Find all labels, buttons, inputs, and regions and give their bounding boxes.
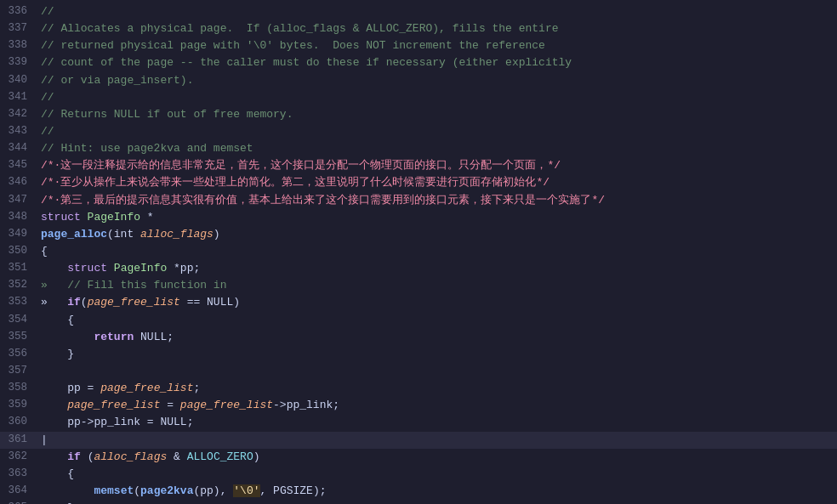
line-content: // Allocates a physical page. If (alloc_… [37, 20, 837, 37]
line-content: } [37, 346, 837, 363]
line-number: 364 [0, 483, 37, 499]
code-line: 347/*·第三，最后的提示信息其实很有价值，基本上给出来了这个接口需要用到的接… [0, 192, 837, 209]
line-content [37, 363, 837, 380]
line-content: } [37, 500, 837, 504]
line-content: pp->pp_link = NULL; [37, 414, 837, 431]
code-line: 341// [0, 89, 837, 106]
code-line: 336// [0, 3, 837, 20]
code-line: 339// count of the page -- the caller mu… [0, 54, 837, 71]
line-content: struct PageInfo *pp; [37, 260, 837, 277]
line-number: 362 [0, 449, 37, 465]
line-content: pp = page_free_list; [37, 380, 837, 397]
line-content: » if(page_free_list == NULL) [37, 294, 837, 311]
line-number: 338 [0, 37, 37, 54]
line-content: // or via page_insert). [37, 72, 837, 89]
code-container: 336//337// Allocates a physical page. If… [0, 0, 837, 504]
line-content: return NULL; [37, 329, 837, 346]
line-content: /*·至少从操作上来说会带来一些处理上的简化。第二，这里说明了什么时候需要进行页… [37, 174, 837, 191]
code-line: 365 } [0, 500, 837, 504]
line-content: // Returns NULL if out of free memory. [37, 106, 837, 123]
line-number: 336 [0, 3, 37, 20]
code-line: 361| [0, 432, 837, 449]
line-number: 360 [0, 414, 37, 430]
code-line: 353» if(page_free_list == NULL) [0, 294, 837, 311]
line-number: 337 [0, 20, 37, 37]
code-line: 350{ [0, 243, 837, 260]
line-number: 342 [0, 106, 37, 122]
line-number: 351 [0, 260, 37, 276]
line-content: // Hint: use page2kva and memset [37, 140, 837, 157]
line-number: 339 [0, 54, 37, 71]
line-number: 350 [0, 243, 37, 259]
code-line: 352» // Fill this function in [0, 277, 837, 294]
line-number: 359 [0, 397, 37, 413]
code-line: 343// [0, 123, 837, 140]
line-number: 345 [0, 157, 37, 173]
line-number: 363 [0, 466, 37, 482]
code-line: 337// Allocates a physical page. If (all… [0, 20, 837, 37]
code-line: 354 { [0, 312, 837, 329]
line-content: // [37, 3, 837, 20]
line-content: /*·第三，最后的提示信息其实很有价值，基本上给出来了这个接口需要用到的接口元素… [37, 192, 837, 209]
line-content: { [37, 312, 837, 329]
line-content: // [37, 89, 837, 106]
line-number: 355 [0, 329, 37, 345]
line-number: 349 [0, 226, 37, 242]
code-line: 355 return NULL; [0, 329, 837, 346]
code-line: 356 } [0, 346, 837, 363]
code-line: 349page_alloc(int alloc_flags) [0, 226, 837, 243]
line-number: 344 [0, 140, 37, 156]
line-content: page_alloc(int alloc_flags) [37, 226, 837, 243]
line-content: /*·这一段注释提示给的信息非常充足，首先，这个接口是分配一个物理页面的接口。只… [37, 157, 837, 174]
line-content: // count of the page -- the caller must … [37, 54, 837, 71]
code-line: 346/*·至少从操作上来说会带来一些处理上的简化。第二，这里说明了什么时候需要… [0, 174, 837, 191]
line-content: { [37, 466, 837, 483]
line-number: 348 [0, 209, 37, 225]
line-number: 341 [0, 89, 37, 105]
line-content: { [37, 243, 837, 260]
line-number: 346 [0, 174, 37, 190]
line-number: 354 [0, 312, 37, 328]
line-number: 343 [0, 123, 37, 139]
line-number: 340 [0, 72, 37, 88]
line-number: 357 [0, 363, 37, 379]
code-line: 359 page_free_list = page_free_list->pp_… [0, 397, 837, 414]
line-number: 365 [0, 500, 37, 504]
line-content: memset(page2kva(pp), '\0', PGSIZE); [37, 483, 837, 500]
code-line: 358 pp = page_free_list; [0, 380, 837, 397]
code-line: 351 struct PageInfo *pp; [0, 260, 837, 277]
code-line: 348struct PageInfo * [0, 209, 837, 226]
line-content: page_free_list = page_free_list->pp_link… [37, 397, 837, 414]
line-number: 347 [0, 192, 37, 208]
line-number: 353 [0, 294, 37, 310]
code-line: 362 if (alloc_flags & ALLOC_ZERO) [0, 449, 837, 466]
code-line: 364 memset(page2kva(pp), '\0', PGSIZE); [0, 483, 837, 500]
line-content: | [37, 432, 837, 449]
line-content: // [37, 123, 837, 140]
line-number: 358 [0, 380, 37, 396]
line-number: 352 [0, 277, 37, 293]
line-content: struct PageInfo * [37, 209, 837, 226]
code-line: 357 [0, 363, 837, 380]
line-content: if (alloc_flags & ALLOC_ZERO) [37, 449, 837, 466]
code-line: 363 { [0, 466, 837, 483]
code-line: 342// Returns NULL if out of free memory… [0, 106, 837, 123]
code-line: 345/*·这一段注释提示给的信息非常充足，首先，这个接口是分配一个物理页面的接… [0, 157, 837, 174]
code-line: 360 pp->pp_link = NULL; [0, 414, 837, 431]
code-line: 344// Hint: use page2kva and memset [0, 140, 837, 157]
line-number: 361 [0, 432, 37, 448]
line-content: // returned physical page with '\0' byte… [37, 37, 837, 54]
line-content: » // Fill this function in [37, 277, 837, 294]
code-line: 340// or via page_insert). [0, 72, 837, 89]
line-number: 356 [0, 346, 37, 362]
code-line: 338// returned physical page with '\0' b… [0, 37, 837, 54]
